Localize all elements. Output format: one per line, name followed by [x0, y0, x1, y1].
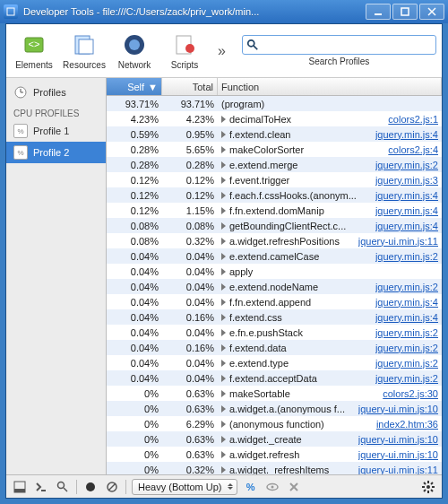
expand-icon[interactable]	[221, 146, 226, 153]
table-row[interactable]: 0.08%0.32%a.widget.refreshPositionsjquer…	[107, 233, 442, 248]
expand-icon[interactable]	[221, 405, 226, 413]
table-row[interactable]: 0.04%0.04%e.extend.typejquery.min.js:2	[107, 355, 442, 370]
source-link[interactable]: colors2.js:4	[388, 144, 438, 155]
cell-total: 6.29%	[162, 419, 218, 430]
table-row[interactable]: 0.28%0.28%e.extend.mergejquery.min.js:2	[107, 157, 442, 172]
source-link[interactable]: colors2.js:1	[388, 114, 438, 125]
tab-resources[interactable]: Resources	[62, 31, 107, 70]
table-row[interactable]: 0.04%0.16%f.extend.cssjquery.min.js:4	[107, 309, 442, 325]
table-row[interactable]: 0%0.63%makeSortablecolors2.js:30	[107, 386, 442, 401]
table-row[interactable]: 0.28%5.65%makeColorSortercolors2.js:4	[107, 142, 442, 157]
source-link[interactable]: jquery.min.js:3	[375, 175, 438, 186]
column-header-total[interactable]: Total	[162, 78, 218, 95]
delete-button[interactable]	[286, 479, 302, 495]
table-row[interactable]: 0.04%0.04%f.fn.extend.appendjquery.min.j…	[107, 294, 442, 309]
settings-button[interactable]	[420, 479, 436, 495]
expand-icon[interactable]	[221, 116, 226, 123]
source-link[interactable]: jquery-ui.min.js:10	[358, 449, 438, 460]
source-link[interactable]: jquery.min.js:4	[375, 312, 438, 323]
column-header-self[interactable]: Self▼	[107, 78, 162, 95]
expand-icon[interactable]	[221, 375, 226, 382]
close-button[interactable]	[419, 4, 444, 20]
expand-icon[interactable]	[221, 283, 226, 291]
search-box[interactable]	[242, 35, 436, 55]
table-row[interactable]: 0.59%0.95%f.extend.cleanjquery.min.js:4	[107, 126, 442, 142]
table-row[interactable]: 0.04%0.04%e.extend.camelCasejquery.min.j…	[107, 248, 442, 264]
expand-icon[interactable]	[221, 344, 226, 352]
source-link[interactable]: jquery-ui.min.js:10	[358, 404, 438, 414]
source-link[interactable]: jquery-ui.min.js:11	[358, 465, 438, 475]
table-row[interactable]: 0.08%0.08%getBoundingClientRect.c...jque…	[107, 218, 442, 233]
source-link[interactable]: jquery.min.js:2	[375, 160, 438, 170]
source-link[interactable]: jquery.min.js:2	[375, 343, 438, 353]
expand-icon[interactable]	[221, 238, 226, 245]
table-row[interactable]: 0%0.63%a.widget.a.(anonymous f...jquery-…	[107, 401, 442, 416]
percent-toggle-button[interactable]: %	[243, 479, 259, 495]
source-link[interactable]: index2.htm:36	[376, 419, 438, 430]
source-link[interactable]: jquery.min.js:2	[375, 373, 438, 384]
record-button[interactable]	[82, 479, 99, 495]
sidebar-profiles-header[interactable]: Profiles	[6, 82, 106, 103]
more-tabs-button[interactable]: »	[212, 43, 231, 59]
source-link[interactable]: jquery.min.js:2	[375, 282, 438, 292]
expand-icon[interactable]	[221, 131, 226, 138]
maximize-button[interactable]	[392, 4, 418, 20]
table-row[interactable]: 0.04%0.04%e.extend.nodeNamejquery.min.js…	[107, 279, 442, 294]
view-select[interactable]: Heavy (Bottom Up)	[132, 479, 237, 495]
expand-icon[interactable]	[221, 207, 226, 214]
source-link[interactable]: colors2.js:30	[383, 388, 438, 399]
table-row[interactable]: 93.71%93.71%(program)	[107, 96, 442, 111]
table-row[interactable]: 0%0.32%a.widget._refreshItemsjquery-ui.m…	[107, 462, 442, 474]
table-row[interactable]: 0%6.29%(anonymous function)index2.htm:36	[107, 416, 442, 431]
expand-icon[interactable]	[221, 390, 226, 397]
expand-icon[interactable]	[221, 161, 226, 169]
table-row[interactable]: 0%0.63%a.widget.refreshjquery-ui.min.js:…	[107, 447, 442, 462]
expand-icon[interactable]	[221, 177, 226, 184]
source-link[interactable]: jquery.min.js:2	[375, 251, 438, 262]
sidebar-item-profile-1[interactable]: % Profile 1	[6, 120, 106, 142]
expand-icon[interactable]	[221, 314, 226, 321]
table-row[interactable]: 4.23%4.23%decimalToHexcolors2.js:1	[107, 111, 442, 126]
expand-icon[interactable]	[221, 466, 226, 474]
table-body[interactable]: 93.71%93.71%(program)4.23%4.23%decimalTo…	[107, 96, 442, 474]
source-link[interactable]: jquery.min.js:4	[375, 129, 438, 140]
expand-icon[interactable]	[221, 436, 226, 443]
dock-button[interactable]	[12, 479, 28, 495]
source-link[interactable]: jquery.min.js:4	[375, 221, 438, 231]
expand-icon[interactable]	[221, 253, 226, 260]
table-row[interactable]: 0.12%0.12%f.each.f.cssHooks.(anonym...jq…	[107, 187, 442, 203]
clear-button[interactable]	[104, 479, 120, 495]
expand-icon[interactable]	[221, 268, 226, 275]
sidebar-item-profile-2[interactable]: % Profile 2	[6, 142, 106, 163]
source-link[interactable]: jquery.min.js:4	[375, 205, 438, 216]
search-button[interactable]	[55, 479, 71, 495]
source-link[interactable]: jquery.min.js:4	[375, 190, 438, 201]
table-row[interactable]: 0.12%1.15%f.fn.extend.domManipjquery.min…	[107, 203, 442, 218]
table-row[interactable]: 0%0.63%a.widget._createjquery-ui.min.js:…	[107, 431, 442, 447]
table-row[interactable]: 0.04%0.04%e.fn.e.pushStackjquery.min.js:…	[107, 325, 442, 340]
source-link[interactable]: jquery.min.js:2	[375, 358, 438, 369]
table-row[interactable]: 0.04%0.04%f.extend.acceptDatajquery.min.…	[107, 370, 442, 386]
focus-button[interactable]	[264, 479, 280, 495]
minimize-button[interactable]	[366, 4, 391, 20]
table-row[interactable]: 0.04%0.04%apply	[107, 264, 442, 279]
expand-icon[interactable]	[221, 329, 226, 336]
expand-icon[interactable]	[221, 360, 226, 367]
table-row[interactable]: 0.12%0.12%f.event.triggerjquery.min.js:3	[107, 172, 442, 187]
tab-elements[interactable]: <> Elements	[12, 31, 56, 70]
tab-scripts[interactable]: Scripts	[162, 31, 207, 70]
expand-icon[interactable]	[221, 299, 226, 306]
source-link[interactable]: jquery.min.js:4	[375, 297, 438, 308]
source-link[interactable]: jquery-ui.min.js:11	[358, 236, 438, 247]
source-link[interactable]: jquery-ui.min.js:10	[358, 434, 438, 445]
tab-network[interactable]: Network	[112, 31, 157, 70]
expand-icon[interactable]	[221, 451, 226, 458]
console-button[interactable]	[33, 479, 49, 495]
search-input[interactable]	[263, 39, 432, 50]
source-link[interactable]: jquery.min.js:2	[375, 327, 438, 338]
expand-icon[interactable]	[221, 222, 226, 230]
table-row[interactable]: 0.04%0.16%f.extend.datajquery.min.js:2	[107, 340, 442, 355]
expand-icon[interactable]	[221, 192, 226, 199]
expand-icon[interactable]	[221, 421, 226, 428]
column-header-function[interactable]: Function	[218, 78, 442, 95]
